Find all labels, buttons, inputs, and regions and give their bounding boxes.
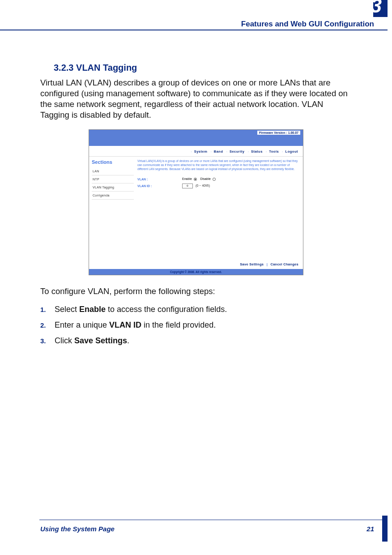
intro-text: Virtual LAN (VLAN) describes a group of … [40,77,352,120]
nav-bullet-icon: ◦ [282,150,283,153]
vlan-disable-label: Disable [200,177,211,180]
nav-bullet-icon: ◦ [191,150,192,153]
header-bar: Features and Web GUI Configuration [0,17,388,30]
sidebar-title: Sections [92,159,134,165]
step-1: 1. Select Enable to access the configura… [40,305,352,314]
vlan-enable-label: Enable [182,177,192,180]
step-bold: VLAN ID [109,320,141,329]
embedded-gui-screenshot: Firmware Version : 1.00.07 ◦ System ◦ Ba… [89,129,303,275]
vlan-label: VLAN : [137,178,182,181]
footer-page-number: 21 [366,525,374,533]
step-3: 3. Click Save Settings. [40,336,352,346]
sidebar-item-corrigenda[interactable]: Corrigenda [92,192,134,200]
step-prefix: Enter a unique [55,320,109,329]
footer-left: Using the System Page [40,525,115,533]
vlan-enable-radio[interactable] [194,178,197,181]
firmware-version: Firmware Version : 1.00.07 [257,131,300,135]
gui-footer: Copyright © 2008. All rights reserved. [89,269,303,275]
step-suffix: . [127,336,129,345]
step-suffix: in the field provided. [141,320,216,329]
sidebar-item-vlan-tagging[interactable]: VLAN Tagging [92,184,134,192]
bottom-corner-block [382,516,388,542]
sidebar-item-ntp[interactable]: NTP [92,175,134,184]
cancel-changes-link[interactable]: Cancel Changes [270,262,298,266]
step-suffix: to access the configuration fields. [106,305,227,314]
gui-main: Virtual LAN(VLAN) is a group of devices … [134,157,303,260]
nav-logout[interactable]: Logout [285,149,298,154]
nav-status[interactable]: Status [251,149,263,154]
gui-nav: ◦ System ◦ Band ◦ Security ◦ Status ◦ To… [89,146,303,157]
nav-tools[interactable]: Tools [269,149,279,154]
step-prefix: Click [55,336,74,345]
step-2: 2. Enter a unique VLAN ID in the field p… [40,320,352,330]
nav-security[interactable]: Security [230,149,245,154]
vlan-disable-radio[interactable] [213,178,216,181]
nav-band[interactable]: Band [214,149,223,154]
header-title: Features and Web GUI Configuration [241,20,374,29]
step-text: Click Save Settings. [55,336,352,346]
gui-actions: Save Settings | Cancel Changes [89,260,303,269]
step-number: 3. [40,336,55,346]
page-content: 3.2.3 VLAN Tagging Virtual LAN (VLAN) de… [40,63,352,352]
gui-banner: Firmware Version : 1.00.07 [89,130,303,146]
nav-bullet-icon: ◦ [248,150,249,153]
step-text: Select Enable to access the configuratio… [55,305,352,314]
gui-description: Virtual LAN(VLAN) is a group of devices … [137,159,299,171]
gui-body: Sections LAN NTP VLAN Tagging Corrigenda… [89,157,303,260]
nav-system[interactable]: System [194,149,208,154]
vlanid-controls: 0 (0 ~ 4095) [182,184,210,188]
page-footer: Using the System Page 21 [40,525,374,533]
action-divider: | [267,262,268,266]
step-number: 1. [40,305,55,314]
sidebar-item-lan[interactable]: LAN [92,167,134,175]
step-number: 2. [40,320,55,330]
vlanid-row: VLAN ID : 0 (0 ~ 4095) [137,184,299,188]
vlan-radio-group: Enable Disable [182,177,216,181]
vlanid-input[interactable]: 0 [182,184,193,188]
gui-sidebar: Sections LAN NTP VLAN Tagging Corrigenda [89,157,134,260]
nav-bullet-icon: ◦ [226,150,228,153]
config-lead: To configure VLAN, perform the following… [40,286,352,297]
step-text: Enter a unique VLAN ID in the field prov… [55,320,352,330]
nav-bullet-icon: ◦ [266,150,267,153]
save-settings-link[interactable]: Save Settings [240,262,264,266]
step-prefix: Select [55,305,79,314]
vlanid-range: (0 ~ 4095) [196,184,210,187]
step-list: 1. Select Enable to access the configura… [40,305,352,346]
vlanid-label: VLAN ID : [137,184,182,188]
footer-rule [39,520,382,520]
section-heading: 3.2.3 VLAN Tagging [54,63,352,73]
screenshot-container: Firmware Version : 1.00.07 ◦ System ◦ Ba… [40,129,352,275]
step-bold: Enable [79,305,106,314]
step-bold: Save Settings [74,336,127,345]
vlan-row: VLAN : Enable Disable [137,177,299,181]
chapter-number: 3 [371,0,382,17]
nav-bullet-icon: ◦ [211,150,212,153]
